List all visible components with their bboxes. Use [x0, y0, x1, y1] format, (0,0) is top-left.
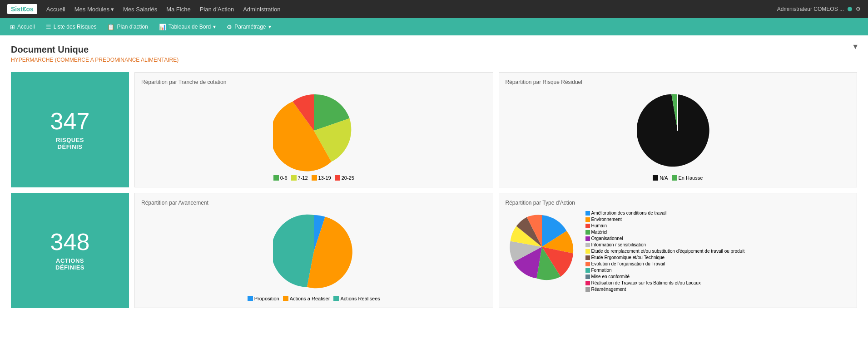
- legend-color-information: [585, 243, 590, 247]
- legend-label-travaux-batiments: Réalisation de Travaux sur les Bâtiments…: [591, 280, 701, 285]
- nav-administration[interactable]: Administration: [243, 6, 280, 13]
- legend-organisationnel: Organisationnel: [585, 236, 851, 241]
- legend-materiel: Matériel: [585, 230, 851, 235]
- chevron-down-icon-3: ▾: [268, 24, 271, 30]
- legend-color-humain: [585, 224, 590, 228]
- second-nav-parametrage[interactable]: ⚙ Paramétrage ▾: [222, 21, 275, 33]
- legend-item-0-6: 0-6: [273, 175, 288, 181]
- legend-label-actions-realisees: Actions Realisees: [340, 296, 380, 301]
- second-nav-accueil-label: Accueil: [17, 24, 35, 30]
- second-nav-liste-risques-label: Liste des Risques: [54, 24, 97, 30]
- legend-label-proposition: Proposition: [254, 296, 279, 301]
- legend-environnement: Environnement: [585, 217, 851, 222]
- legend-label-mise-conformite: Mise en conformité: [591, 274, 630, 279]
- nav-ma-fiche[interactable]: Ma Fiche: [166, 6, 190, 13]
- legend-travaux-batiments: Réalisation de Travaux sur les Bâtiments…: [585, 280, 851, 285]
- nav-plan-action[interactable]: Plan d'Action: [200, 6, 234, 13]
- actions-stat-card: 348 ACTIONSDÉFINIES: [11, 193, 129, 308]
- legend-formation: Formation: [585, 268, 851, 273]
- legend-item-na: N/A: [653, 175, 668, 181]
- legend-color-travaux-batiments: [585, 281, 590, 285]
- legend-humain: Humain: [585, 223, 851, 228]
- second-nav-liste-risques[interactable]: ☰ Liste des Risques: [41, 21, 101, 33]
- clipboard-icon: 📋: [107, 24, 114, 30]
- legend-label-environnement: Environnement: [591, 217, 622, 222]
- legend-label-materiel: Matériel: [591, 230, 608, 235]
- main-content: ▼ Document Unique HYPERMARCHE (COMMERCE …: [0, 35, 868, 353]
- legend-label-reamenagement: Réaménagement: [591, 287, 626, 292]
- legend-color-etude-remplacement: [585, 249, 590, 254]
- type-action-chart-title: Répartition par Type d'Action: [506, 200, 851, 206]
- avancement-pie-chart: [273, 211, 355, 292]
- cotation-legend: 0-6 7-12 13-19 20-25: [141, 175, 486, 181]
- second-nav-tableaux-label: Tableaux de Bord: [169, 24, 211, 30]
- type-action-chart-card: Répartition par Type d'Action: [499, 193, 858, 308]
- logo[interactable]: Sist€os: [7, 4, 37, 14]
- actions-label: ACTIONSDÉFINIES: [55, 257, 84, 271]
- legend-label-na: N/A: [660, 175, 668, 181]
- legend-color-en-hausse: [672, 175, 677, 181]
- avancement-legend: Proposition Actions a Realiser Actions R…: [141, 296, 486, 301]
- legend-color-20-25: [335, 175, 340, 181]
- legend-item-actions-realisees: Actions Realisees: [333, 296, 380, 301]
- user-status-dot: [848, 7, 852, 11]
- legend-color-etude-ergonomique: [585, 255, 590, 260]
- legend-item-actions-realiser: Actions a Realiser: [283, 296, 330, 301]
- legend-label-formation: Formation: [591, 268, 612, 273]
- legend-label-humain: Humain: [591, 223, 607, 228]
- legend-label-etude-ergonomique: Etude Ergonomique et/ou Technique: [591, 255, 665, 260]
- legend-label-organisationnel: Organisationnel: [591, 236, 623, 241]
- chevron-down-icon-2: ▾: [213, 24, 216, 30]
- user-settings-icon[interactable]: ⚙: [856, 6, 861, 12]
- risks-label: RISQUESDÉFINIS: [56, 137, 84, 150]
- dashboard-row-1: 347 RISQUESDÉFINIS Répartition par Tranc…: [11, 72, 857, 187]
- legend-color-environnement: [585, 217, 590, 222]
- legend-color-mise-conformite: [585, 275, 590, 279]
- legend-color-reamenagement: [585, 287, 590, 292]
- second-nav-parametrage-label: Paramétrage: [234, 24, 266, 30]
- list-icon: ☰: [46, 24, 51, 30]
- legend-item-20-25: 20-25: [335, 175, 354, 181]
- second-nav-accueil[interactable]: ⊞ Accueil: [5, 21, 40, 33]
- legend-etude-remplacement: Etude de remplacement et/ou substitution…: [585, 249, 851, 254]
- legend-label-information: Information / sensibilisation: [591, 242, 646, 247]
- filter-button[interactable]: ▼: [852, 43, 859, 51]
- legend-label-13-19: 13-19: [318, 175, 331, 181]
- residuel-chart-area: [506, 90, 851, 172]
- actions-count: 348: [50, 230, 90, 254]
- residuel-chart-card: Répartition par Risque Résiduel N/A: [499, 72, 858, 187]
- type-action-legend: Amélioration des conditions de travail E…: [585, 211, 851, 292]
- residuel-chart-title: Répartition par Risque Résiduel: [506, 79, 851, 85]
- legend-color-amelioration: [585, 211, 590, 216]
- second-nav-plan-action[interactable]: 📋 Plan d'action: [103, 21, 152, 33]
- legend-color-proposition: [248, 296, 253, 301]
- legend-label-etude-remplacement: Etude de remplacement et/ou substitution…: [591, 249, 745, 254]
- legend-etude-ergonomique: Etude Ergonomique et/ou Technique: [585, 255, 851, 260]
- nav-mes-modules[interactable]: Mes Modules ▾: [74, 6, 114, 13]
- gear-icon: ⚙: [227, 24, 232, 30]
- cotation-chart-area: [141, 90, 486, 172]
- second-navigation: ⊞ Accueil ☰ Liste des Risques 📋 Plan d'a…: [0, 18, 868, 35]
- legend-item-en-hausse: En Hausse: [672, 175, 703, 181]
- cotation-pie-chart: [273, 90, 355, 172]
- user-name: Administrateur COMEOS ...: [777, 6, 844, 12]
- page-subtitle: HYPERMARCHE (COMMERCE A PREDOMINANCE ALI…: [11, 57, 857, 63]
- legend-color-13-19: [312, 175, 317, 181]
- top-navigation: Sist€os Accueil Mes Modules ▾ Mes Salari…: [0, 0, 868, 18]
- legend-label-actions-realiser: Actions a Realiser: [290, 296, 330, 301]
- avancement-chart-area: [141, 211, 486, 292]
- legend-label-en-hausse: En Hausse: [679, 175, 703, 181]
- nav-accueil[interactable]: Accueil: [46, 6, 65, 13]
- legend-color-actions-realisees: [333, 296, 339, 301]
- legend-reamenagement: Réaménagement: [585, 287, 851, 292]
- legend-label-0-6: 0-6: [280, 175, 288, 181]
- nav-mes-salaries[interactable]: Mes Salariés: [123, 6, 157, 13]
- second-nav-tableaux[interactable]: 📊 Tableaux de Bord ▾: [154, 21, 220, 33]
- second-nav-plan-action-label: Plan d'action: [117, 24, 148, 30]
- residuel-pie-chart: [637, 90, 719, 172]
- chart-icon: 📊: [159, 24, 166, 30]
- legend-item-proposition: Proposition: [248, 296, 279, 301]
- logo-text2: os: [26, 5, 33, 13]
- legend-mise-conformite: Mise en conformité: [585, 274, 851, 279]
- legend-evolution-organisation: Evolution de l'organisation du Travail: [585, 261, 851, 266]
